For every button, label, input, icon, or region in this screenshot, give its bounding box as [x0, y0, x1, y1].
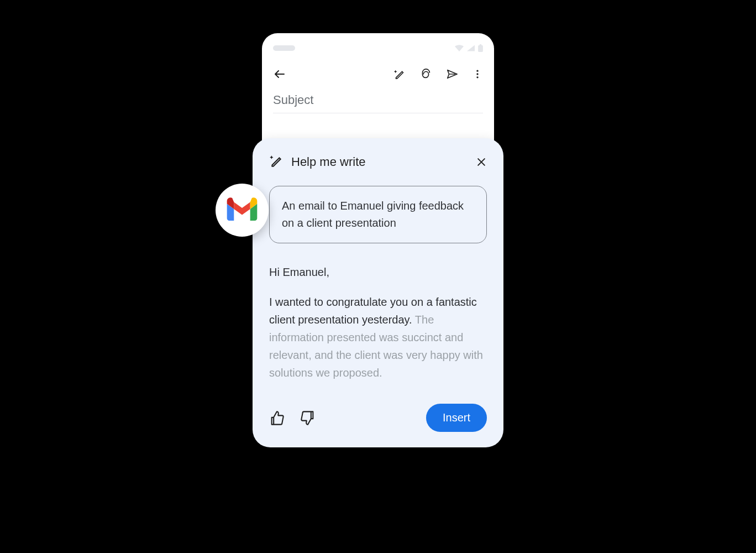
draft-greeting: Hi Emanuel,: [269, 263, 487, 281]
svg-point-4: [476, 76, 478, 78]
svg-rect-1: [480, 44, 482, 46]
status-pill: [273, 45, 295, 51]
magic-pen-icon[interactable]: [393, 68, 406, 80]
compose-toolbar: [273, 63, 483, 85]
subject-input[interactable]: [273, 93, 483, 107]
gmail-icon: [227, 197, 258, 223]
draft-text-strong: I wanted to congratulate you on a fantas…: [269, 296, 477, 326]
help-me-write-card: Help me write An email to Emanuel giving…: [253, 138, 503, 447]
thumb-up-icon[interactable]: [269, 410, 285, 426]
compose-screen: [262, 33, 494, 155]
gmail-badge: [216, 184, 269, 237]
insert-button[interactable]: Insert: [426, 404, 487, 432]
status-bar: [273, 43, 483, 53]
more-vert-icon[interactable]: [472, 68, 483, 80]
subject-row: [273, 93, 483, 113]
generated-draft: Hi Emanuel, I wanted to congratulate you…: [269, 263, 487, 382]
attachment-icon[interactable]: [419, 68, 432, 80]
cell-signal-icon: [467, 45, 475, 51]
help-me-write-title: Help me write: [291, 155, 365, 169]
thumb-down-icon[interactable]: [300, 410, 316, 426]
svg-point-3: [476, 73, 478, 75]
magic-pen-icon: [269, 154, 284, 170]
battery-icon: [478, 44, 483, 52]
close-icon[interactable]: [476, 156, 487, 168]
wifi-icon: [455, 45, 464, 51]
svg-point-2: [476, 70, 478, 72]
svg-rect-0: [478, 45, 483, 52]
prompt-input[interactable]: An email to Emanuel giving feedback on a…: [269, 186, 487, 243]
send-icon[interactable]: [445, 68, 459, 80]
back-arrow-icon[interactable]: [273, 67, 286, 81]
